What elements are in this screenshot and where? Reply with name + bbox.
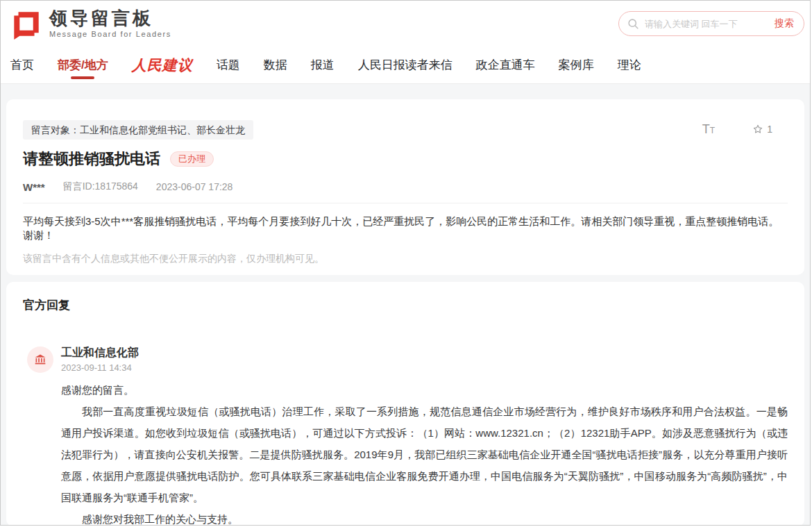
message-date: 2023-06-07 17:28 [156,181,233,192]
privacy-note: 该留言中含有个人信息或其他不便公开展示的内容，仅办理机构可见。 [23,253,788,265]
bank-icon [33,353,47,367]
star-icon [752,124,763,135]
message-target-tag: 留言对象：工业和信息化部党组书记、部长金壮龙 [23,120,253,140]
reply-paragraph-2: 我部一直高度重视垃圾短信（或骚扰电话）治理工作，采取了一系列措施，规范信息通信企… [61,401,788,508]
search-icon [627,18,639,30]
nav-item-5[interactable]: 数据 [252,47,299,83]
site-logo[interactable]: 领导留言板 Message Board for Leaders [10,8,171,40]
meta-row: W*** 留言ID:18175864 2023-06-07 17:28 [23,181,788,193]
search-box: 搜索 [618,11,804,36]
nav-item-7[interactable]: 人民日报读者来信 [346,47,464,83]
favorite-count: 1 [767,124,772,135]
status-badge: 已办理 [170,151,214,167]
message-top-row: 留言对象：工业和信息化部党组书记、部长金壮龙 TT 1 [23,120,788,140]
author-name: W*** [23,181,45,193]
message-tools: TT 1 [702,123,772,135]
message-id: 留言ID:18175864 [63,181,138,193]
nav-item-10[interactable]: 理论 [606,47,653,83]
header: 领导留言板 Message Board for Leaders 搜索 [1,1,810,47]
message-card: 留言对象：工业和信息化部党组书记、部长金壮龙 TT 1 请整顿推销骚扰电话 [6,99,804,275]
message-title: 请整顿推销骚扰电话 [23,149,160,169]
logo-text: 领导留言板 Message Board for Leaders [49,9,171,37]
nav-items: 首页部委/地方人民建议话题数据报道人民日报读者来信政企直通车案例库理论 [1,47,810,83]
org-avatar [27,346,53,373]
search-input[interactable] [645,19,775,29]
content: 留言对象：工业和信息化部党组书记、部长金壮龙 TT 1 请整顿推销骚扰电话 [1,84,810,526]
logo-title: 领导留言板 [49,9,171,28]
nav-item-1[interactable]: 首页 [10,47,46,83]
divider [23,203,788,203]
nav-item-2[interactable]: 部委/地方 [46,47,120,83]
favorite-button[interactable]: 1 [752,124,772,135]
reply-paragraph-1: 感谢您的留言。 [61,379,788,401]
reply-paragraphs: 感谢您的留言。我部一直高度重视垃圾短信（或骚扰电话）治理工作，采取了一系列措施，… [61,379,788,526]
title-row: 请整顿推销骚扰电话 已办理 [23,149,788,169]
nav-item-4[interactable]: 话题 [205,47,252,83]
nav-item-6[interactable]: 报道 [299,47,346,83]
search-button[interactable]: 搜索 [775,17,794,30]
nav-item-8[interactable]: 政企直通车 [464,47,547,83]
message-body: 平均每天接到3-5次中***客服推销骚扰电话，平均每个月要接到好几十次，已经严重… [23,215,788,242]
reply-date: 2023-09-11 14:34 [61,362,788,373]
reply-main: 工业和信息化部 2023-09-11 14:34 感谢您的留言。我部一直高度重视… [61,346,788,526]
font-size-icon[interactable]: TT [702,123,715,135]
reply-paragraph-3: 感谢您对我部工作的关心与支持。 [61,508,788,526]
logo-subtitle: Message Board for Leaders [49,30,171,38]
nav-item-3[interactable]: 人民建议 [120,47,205,83]
org-name: 工业和信息化部 [61,346,788,359]
main-nav: 首页部委/地方人民建议话题数据报道人民日报读者来信政企直通车案例库理论 [1,47,810,84]
page: 领导留言板 Message Board for Leaders 搜索 首页部委/… [0,0,811,526]
nav-item-9[interactable]: 案例库 [547,47,606,83]
logo-icon [10,8,42,40]
reply-section-title: 官方回复 [23,297,788,313]
reply-card: 官方回复 工业和信息化部 [6,282,804,526]
official-reply: 工业和信息化部 2023-09-11 14:34 感谢您的留言。我部一直高度重视… [23,346,788,526]
